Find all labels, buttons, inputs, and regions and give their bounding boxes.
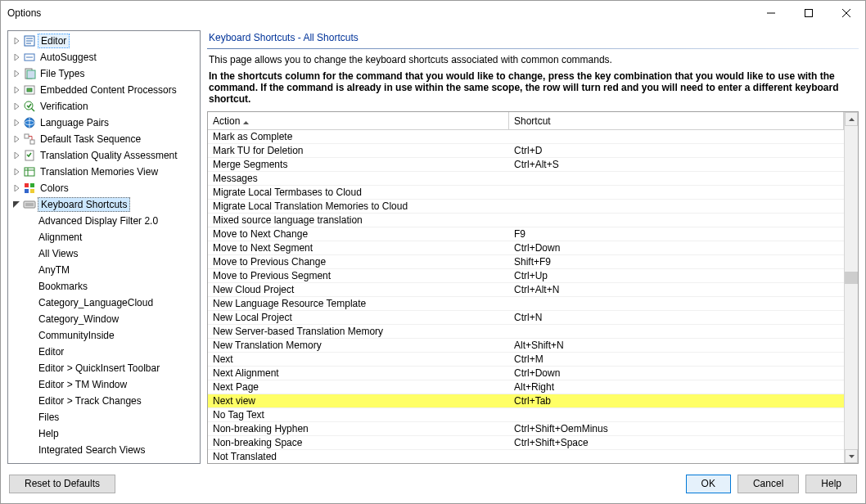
cell-shortcut[interactable]: Ctrl+Alt+S	[509, 159, 844, 170]
table-row[interactable]: Messages	[208, 172, 844, 186]
cell-shortcut[interactable]: Ctrl+D	[509, 145, 844, 156]
cell-action: Mark TU for Deletion	[208, 145, 509, 156]
cell-shortcut[interactable]: Ctrl+Up	[509, 270, 844, 281]
scroll-down-button[interactable]	[845, 449, 858, 463]
table-row[interactable]: New Language Resource Template	[208, 297, 844, 311]
cell-shortcut[interactable]: Alt+Shift+N	[509, 340, 844, 351]
table-row[interactable]: Move to Next ChangeF9	[208, 227, 844, 241]
table-row[interactable]: Move to Previous SegmentCtrl+Up	[208, 269, 844, 283]
scroll-track[interactable]	[845, 126, 858, 449]
tree-subitem[interactable]: Bookmarks	[8, 278, 200, 295]
chevron-right-icon[interactable]	[11, 36, 21, 46]
tree-subitem[interactable]: Editor	[8, 344, 200, 360]
tree-item[interactable]: Language Pairs	[8, 115, 200, 131]
tree-item[interactable]: AutoSuggest	[8, 49, 200, 65]
tree-subitem[interactable]: Editor > TM Window	[8, 376, 200, 393]
tree-item[interactable]: Translation Quality Assessment	[8, 147, 200, 164]
cell-shortcut[interactable]: Alt+Right	[509, 381, 844, 393]
tree-item[interactable]: Translation Memories View	[8, 164, 200, 180]
table-row[interactable]: Non-breaking HyphenCtrl+Shift+OemMinus	[208, 422, 844, 436]
table-row[interactable]: New Translation MemoryAlt+Shift+N	[208, 339, 844, 353]
tree-subitem[interactable]: Category_Window	[8, 311, 200, 327]
tree-subitem-label: Category_Window	[36, 313, 121, 326]
chevron-right-icon[interactable]	[11, 134, 21, 144]
cancel-button[interactable]: Cancel	[737, 475, 799, 493]
cell-shortcut[interactable]: Ctrl+Down	[509, 367, 844, 379]
chevron-down-icon[interactable]	[11, 200, 21, 209]
chevron-right-icon[interactable]	[11, 183, 21, 193]
tree-subitem[interactable]: Help	[8, 425, 200, 442]
category-tree[interactable]: EditorAutoSuggestFile TypesEmbedded Cont…	[7, 30, 201, 464]
tree-subitem[interactable]: CommunityInside	[8, 327, 200, 344]
table-row[interactable]: Non-breaking SpaceCtrl+Shift+Space	[208, 436, 844, 450]
keyboard-icon	[23, 198, 36, 211]
tree-subitem[interactable]: Files	[8, 409, 200, 425]
reset-defaults-button[interactable]: Reset to Defaults	[9, 475, 115, 493]
minimize-button[interactable]	[752, 1, 790, 25]
tree-item[interactable]: Keyboard Shortcuts	[8, 196, 200, 213]
chevron-right-icon[interactable]	[11, 118, 21, 128]
table-row[interactable]: Migrate Local Translation Memories to Cl…	[208, 200, 844, 214]
vertical-scrollbar[interactable]	[844, 112, 858, 463]
table-row[interactable]: Mark TU for DeletionCtrl+D	[208, 144, 844, 158]
tree-subitem[interactable]: Advanced Display Filter 2.0	[8, 213, 200, 229]
tree-item[interactable]: Editor	[8, 33, 200, 49]
cell-action: New Local Project	[208, 312, 509, 323]
table-row[interactable]: Mixed source language translation	[208, 214, 844, 227]
column-header-shortcut[interactable]: Shortcut	[509, 112, 844, 129]
chevron-right-icon[interactable]	[11, 151, 21, 160]
table-row[interactable]: New Local ProjectCtrl+N	[208, 311, 844, 325]
grid-body: Action Shortcut Mark as CompleteMark TU …	[208, 112, 844, 463]
cell-shortcut[interactable]: Ctrl+N	[509, 312, 844, 323]
tree-subitem[interactable]: All Views	[8, 245, 200, 262]
table-row[interactable]: Move to Previous ChangeShift+F9	[208, 255, 844, 269]
chevron-right-icon[interactable]	[11, 85, 21, 95]
tree-subitem[interactable]: Category_LanguageCloud	[8, 295, 200, 311]
ok-button[interactable]: OK	[686, 475, 731, 493]
tree-item[interactable]: Embedded Content Processors	[8, 82, 200, 98]
tree-item[interactable]: File Types	[8, 65, 200, 82]
verification-icon	[23, 100, 36, 113]
table-row[interactable]: New Server-based Translation Memory	[208, 325, 844, 339]
tree-subitem[interactable]: AnyTM	[8, 262, 200, 278]
table-row[interactable]: No Tag Text	[208, 408, 844, 422]
cell-shortcut[interactable]: Shift+F9	[509, 256, 844, 268]
cell-shortcut[interactable]: Ctrl+Alt+N	[509, 284, 844, 295]
cell-shortcut[interactable]: Ctrl+Shift+OemMinus	[509, 423, 844, 434]
table-row[interactable]: Next viewCtrl+Tab	[208, 394, 844, 408]
cell-shortcut[interactable]: F9	[509, 228, 844, 240]
close-button[interactable]	[828, 1, 865, 25]
tree-subitem[interactable]: Alignment	[8, 229, 200, 245]
chevron-right-icon[interactable]	[11, 69, 21, 79]
column-header-action[interactable]: Action	[208, 112, 509, 129]
cell-shortcut[interactable]: Ctrl+Tab	[509, 395, 844, 407]
tree-item[interactable]: Verification	[8, 98, 200, 115]
tree-item-label: Translation Quality Assessment	[38, 149, 180, 162]
cell-shortcut[interactable]: Ctrl+Shift+Space	[509, 437, 844, 448]
cell-shortcut[interactable]: Ctrl+Down	[509, 242, 844, 254]
table-row[interactable]: Move to Next SegmentCtrl+Down	[208, 241, 844, 255]
scroll-thumb[interactable]	[845, 272, 858, 284]
chevron-right-icon[interactable]	[11, 167, 21, 177]
chevron-right-icon[interactable]	[11, 52, 21, 62]
table-row[interactable]: Migrate Local Termbases to Cloud	[208, 186, 844, 200]
tree-subitem[interactable]: Integrated Search Views	[8, 442, 200, 458]
maximize-button[interactable]	[790, 1, 828, 25]
scroll-up-button[interactable]	[845, 112, 858, 126]
tqa-icon	[23, 149, 36, 162]
table-row[interactable]: Next AlignmentCtrl+Down	[208, 367, 844, 380]
tree-subitem[interactable]: Editor > Track Changes	[8, 393, 200, 409]
table-row[interactable]: New Cloud ProjectCtrl+Alt+N	[208, 283, 844, 297]
chevron-right-icon[interactable]	[11, 101, 21, 111]
tree-item[interactable]: Default Task Sequence	[8, 131, 200, 147]
tree-subitem[interactable]: Editor > QuickInsert Toolbar	[8, 360, 200, 376]
help-button[interactable]: Help	[805, 475, 857, 493]
page-instructions: In the shortcuts column for the command …	[207, 70, 859, 111]
table-row[interactable]: Next PageAlt+Right	[208, 380, 844, 394]
table-row[interactable]: Mark as Complete	[208, 130, 844, 144]
table-row[interactable]: Not Translated	[208, 450, 844, 463]
tree-item[interactable]: Colors	[8, 180, 200, 196]
cell-shortcut[interactable]: Ctrl+M	[509, 353, 844, 365]
table-row[interactable]: NextCtrl+M	[208, 353, 844, 367]
table-row[interactable]: Merge SegmentsCtrl+Alt+S	[208, 158, 844, 172]
